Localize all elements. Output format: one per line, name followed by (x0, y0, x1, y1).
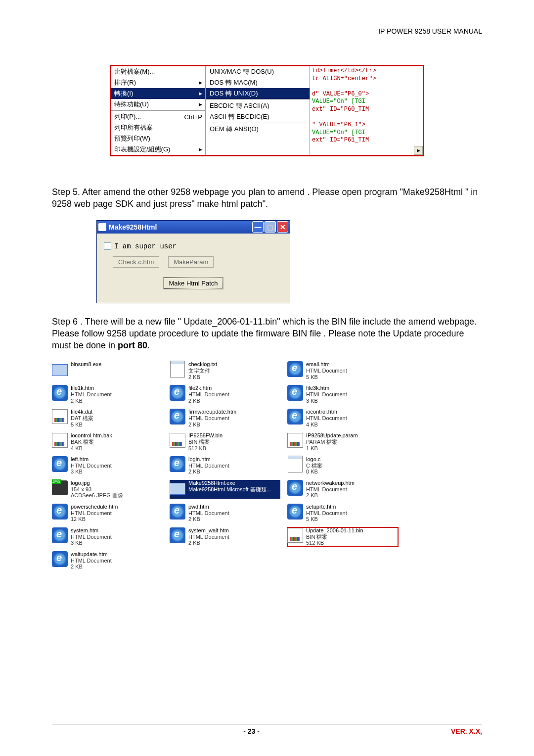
file-item[interactable]: file2k.htmHTML Document2 KB (170, 385, 280, 404)
make9258html-window: Make9258Html — ▢ ✕ I am super user Check… (96, 220, 290, 303)
file-name: binsum8.exe (71, 361, 101, 368)
check-c-htm-button[interactable]: Check.c.htm (113, 256, 159, 268)
file-size: 2 KB (71, 398, 112, 404)
file-item[interactable]: iocontrol.htm.bakBAK 檔案4 KB (52, 432, 163, 451)
file-name: Make9258Html.exe (188, 480, 271, 486)
file-size: 2 KB (188, 469, 229, 475)
file-size: 2 KB (188, 540, 229, 546)
file-item[interactable]: pwd.htmHTML Document2 KB (170, 504, 280, 522)
file-type: HTML Document (188, 534, 229, 540)
menu-item-convert[interactable]: 轉換(I)▶ (111, 88, 205, 99)
submenu-item[interactable]: UNIX/MAC 轉 DOS(U) (206, 66, 310, 77)
file-name: iocontrol.htm (306, 409, 347, 415)
minimize-icon[interactable]: — (252, 221, 264, 233)
file-name: checklog.txt (188, 361, 217, 368)
binary-file-icon (287, 433, 303, 448)
step-6-text: Step 6 . There will be a new file " Upda… (52, 316, 482, 352)
submenu-item[interactable]: EBCDIC 轉 ASCII(A) (206, 100, 310, 111)
file-item[interactable]: login.htmHTML Document2 KB (170, 456, 280, 475)
file-item[interactable]: logo.cC 檔案0 KB (287, 456, 398, 475)
file-item[interactable]: email.htmHTML Document5 KB (287, 361, 398, 380)
make-param-button[interactable]: MakeParam (168, 256, 214, 268)
super-user-checkbox[interactable] (104, 242, 111, 250)
scrollbar-right-icon[interactable]: ▶ (414, 146, 423, 155)
file-type: C 檔案 (306, 463, 322, 469)
menu-item[interactable]: 比對檔案(M)... (111, 66, 205, 77)
binary-file-icon (52, 409, 68, 424)
file-listing: binsum8.exechecklog.txt文字文件2 KBemail.htm… (52, 361, 398, 569)
file-name: file2k.htm (188, 385, 229, 391)
maximize-icon[interactable]: ▢ (265, 221, 276, 233)
file-name: logo.c (306, 456, 322, 463)
close-icon[interactable]: ✕ (277, 221, 288, 233)
file-name: system.htm (71, 527, 112, 534)
submenu-item[interactable]: OEM 轉 ANSI(O) (206, 124, 310, 135)
file-type: HTML Document (306, 368, 347, 374)
ie-icon (287, 480, 303, 496)
file-size: 5 KB (306, 516, 347, 522)
file-size: 4 KB (71, 445, 112, 452)
file-item[interactable]: file3k.htmHTML Document3 KB (287, 385, 398, 404)
menu-item-print[interactable]: 列印(P)...Ctrl+P (111, 111, 205, 122)
file-type: HTML Document (71, 391, 112, 398)
file-name: IP9258FW.bin (188, 432, 222, 439)
file-item[interactable]: powerschedule.htmHTML Document12 KB (52, 504, 163, 522)
window-title: Make9258Html (109, 223, 157, 231)
file-name: firmwareupdate.htm (188, 409, 236, 415)
menu-item[interactable]: 排序(R)▶ (111, 77, 205, 88)
file-name: Update_2006-01-11.bin (306, 527, 363, 534)
file-item[interactable]: iocontrol.htmHTML Document4 KB (287, 409, 398, 427)
editor-menu-figure: 比對檔案(M)... 排序(R)▶ 轉換(I)▶ 特殊功能(U)▶ 列印(P).… (110, 65, 424, 156)
file-type: HTML Document (306, 486, 355, 493)
file-name: file1k.htm (71, 385, 112, 391)
file-item[interactable]: system_wait.htmHTML Document2 KB (170, 527, 280, 546)
file-item[interactable]: left.htmHTML Document3 KB (52, 456, 163, 475)
menu-item[interactable]: 預覽列印(W) (111, 133, 205, 144)
file-type: HTML Document (188, 415, 236, 422)
submenu-item[interactable]: DOS 轉 MAC(M) (206, 77, 310, 88)
file-type: HTML Document (188, 391, 229, 398)
file-size: 2 KB (188, 374, 217, 380)
make-html-patch-button[interactable]: Make Html Patch (164, 278, 223, 289)
menu-item[interactable]: 列印所有檔案 (111, 122, 205, 133)
file-type: HTML Document (71, 558, 112, 564)
file-name: system_wait.htm (188, 527, 229, 534)
file-size: 5 KB (71, 422, 93, 428)
text-file-icon (170, 361, 185, 378)
binary-file-icon (52, 433, 68, 448)
file-type: BIN 檔案 (188, 439, 222, 445)
file-name: powerschedule.htm (71, 504, 118, 510)
file-item[interactable]: setuprtc.htmHTML Document5 KB (287, 504, 398, 522)
file-item[interactable]: networkwakeup.htmHTML Document2 KB (287, 480, 398, 499)
submenu-item[interactable]: ASCII 轉 EBCDIC(E) (206, 111, 310, 122)
binary-file-icon (287, 528, 303, 543)
file-item[interactable]: file1k.htmHTML Document2 KB (52, 385, 163, 404)
file-type: 文字文件 (188, 368, 217, 374)
file-item[interactable]: Make9258Html.exeMake9258Html Microsoft 基… (170, 480, 280, 499)
file-item[interactable]: system.htmHTML Document3 KB (52, 527, 163, 546)
file-item[interactable]: IP9258FW.binBIN 檔案512 KB (170, 432, 280, 451)
file-item[interactable]: firmwareupdate.htmHTML Document2 KB (170, 409, 280, 427)
file-item[interactable]: file4k.datDAT 檔案5 KB (52, 409, 163, 427)
file-size: 2 KB (71, 564, 112, 570)
file-item[interactable]: waitupdate.htmHTML Document2 KB (52, 551, 163, 570)
ie-icon (170, 527, 185, 543)
file-size: 512 KB (306, 540, 363, 546)
menu-item[interactable]: 特殊功能(U)▶ (111, 99, 205, 110)
file-item[interactable]: binsum8.exe (52, 361, 163, 380)
file-name: logo.jpg (71, 480, 123, 486)
menu-item[interactable]: 印表機設定/組態(G)▶ (111, 144, 205, 155)
jpg-image-icon (52, 480, 68, 495)
super-user-label: I am super user (114, 242, 177, 250)
file-item[interactable]: Update_2006-01-11.binBIN 檔案512 KB (287, 527, 398, 546)
file-item[interactable]: logo.jpg154 x 93ACDSee6 JPEG 圖像 (52, 480, 163, 499)
ie-icon (287, 504, 303, 520)
ie-icon (52, 504, 68, 520)
ie-icon (52, 551, 68, 567)
ie-icon (52, 456, 68, 472)
file-name: left.htm (71, 456, 112, 463)
file-size: 2 KB (188, 422, 236, 428)
file-item[interactable]: IP9258Update.paramPARAM 檔案1 KB (287, 432, 398, 451)
file-item[interactable]: checklog.txt文字文件2 KB (170, 361, 280, 380)
submenu-item-dos-to-unix[interactable]: DOS 轉 UNIX(D) (206, 88, 310, 99)
